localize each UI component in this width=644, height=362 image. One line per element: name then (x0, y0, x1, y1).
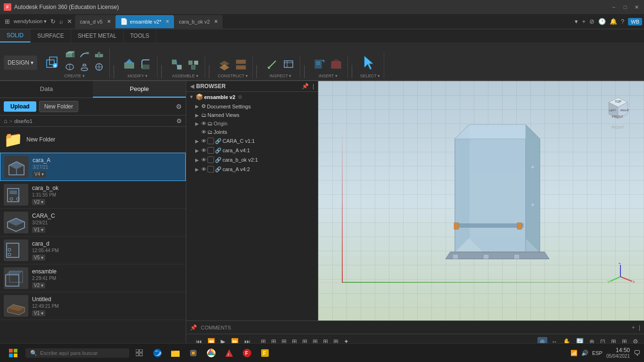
file-version-cara-b-ok[interactable]: V2 ▾ (32, 199, 45, 205)
sweep-btn[interactable] (78, 49, 91, 60)
web-btn[interactable] (92, 61, 106, 73)
browser-close-icon[interactable]: | (313, 83, 314, 90)
viewport[interactable]: TOP LEFT RIGHT FRONT RIGHT X Y (318, 81, 644, 321)
file-version-untitled[interactable]: V1 ▾ (32, 310, 45, 316)
file-version-cara-d[interactable]: V5 ▾ (32, 255, 45, 261)
refresh-icon[interactable]: ↻ (50, 18, 56, 25)
comments-pin-icon[interactable]: 📌 (190, 324, 197, 331)
file-item-cara-a[interactable]: cara_A 3/27/21 V4 ▾ (0, 153, 186, 181)
tree-box-cara-a-v42[interactable] (207, 166, 214, 173)
inspect-btn[interactable] (281, 57, 296, 73)
network-icon[interactable]: 📶 (570, 350, 578, 356)
close-button[interactable]: ✕ (633, 3, 640, 11)
tree-box-cara-a-v41[interactable] (207, 147, 214, 154)
taskbar-vpn-icon[interactable]: ! (222, 346, 237, 361)
joint-btn[interactable] (169, 57, 184, 73)
tab-close-icon[interactable]: ✕ (165, 19, 169, 24)
fillet-btn[interactable] (138, 57, 153, 73)
taskbar-search-input[interactable] (40, 350, 116, 356)
tree-target-icon[interactable]: ⊙ (238, 94, 242, 99)
tree-named-views[interactable]: ▶ 🗂 Named Views (186, 111, 318, 119)
tree-eye-cara-a-v41[interactable]: 👁 (201, 148, 206, 153)
new-folder-button[interactable]: New Folder (39, 101, 78, 112)
loft-btn[interactable] (78, 61, 91, 73)
history-icon[interactable]: 🕐 (598, 18, 606, 25)
decal-btn[interactable] (329, 57, 344, 73)
clock[interactable]: 14:50 05/04/2021 (606, 347, 630, 359)
volume-icon[interactable]: 🔊 (581, 350, 588, 356)
browser-arrow-left[interactable]: ◀ (190, 83, 194, 90)
tab-ensamble-v2[interactable]: 📄 ensamble v2* ✕ (116, 15, 174, 28)
ribbon-tab-surface[interactable]: SURFACE (31, 29, 71, 42)
extrude-btn[interactable] (63, 49, 76, 60)
comments-add-icon[interactable]: + (632, 324, 635, 331)
tab-action-icon[interactable]: ⊘ (589, 18, 594, 25)
tab-cara-d-v5[interactable]: cara_d v5 ✕ (75, 15, 115, 28)
apps-icon[interactable]: ⊞ (5, 18, 10, 25)
settings-icon[interactable]: ⚙ (176, 103, 182, 110)
tree-box-cara-c[interactable] (207, 138, 214, 144)
tree-document-settings[interactable]: ▶ ⚙ Document Settings (186, 102, 318, 111)
tree-cara-c-v1[interactable]: ▶ 👁 🔗 CARA_C v1:1 (186, 136, 318, 146)
tree-eye-cara-a-v42[interactable]: 👁 (201, 166, 206, 172)
tree-arrow-named-views[interactable]: ▶ (194, 113, 200, 118)
start-button[interactable] (4, 346, 23, 360)
maximize-button[interactable]: □ (621, 3, 629, 11)
revolve-btn[interactable] (63, 61, 76, 73)
rigid-group-btn[interactable] (186, 57, 201, 73)
tree-arrow-cara-b-ok-v21[interactable]: ▶ (194, 157, 200, 163)
tab-dropdown-icon[interactable]: ▾ (575, 18, 578, 25)
browser-pin-icon[interactable]: 📌 (302, 83, 309, 90)
taskbar-security-icon[interactable] (186, 346, 201, 361)
ribbon-tab-tools[interactable]: TOOLS (124, 29, 156, 42)
breadcrumb-settings-icon[interactable]: ⚙ (176, 117, 182, 124)
tree-arrow-cara-a-v41[interactable]: ▶ (194, 148, 200, 153)
orientation-cube[interactable]: TOP LEFT RIGHT FRONT RIGHT (602, 90, 635, 130)
folder-item-new[interactable]: 📁 New Folder (0, 127, 186, 153)
file-item-untitled[interactable]: Untitled 12:49:21 PM V1 ▾ (0, 292, 186, 320)
tree-box-cara-b-ok-v21[interactable] (207, 156, 214, 163)
close-icon[interactable]: ✕ (67, 18, 72, 25)
tree-arrow-cara-c[interactable]: ▶ (194, 139, 200, 144)
taskbar-task-view[interactable] (132, 346, 147, 361)
file-item-cara-c[interactable]: CARA_C 3/29/21 V1 ▾ (0, 209, 186, 237)
taskbar-app-icon-red[interactable]: F (239, 346, 255, 361)
taskbar-app-icon-yellow[interactable]: F (257, 346, 272, 361)
midplane-btn[interactable] (233, 57, 248, 73)
ribbon-tab-sheet-metal[interactable]: SHEET METAL (71, 29, 124, 42)
press-pull-btn[interactable] (122, 57, 137, 73)
tab-people[interactable]: People (93, 81, 186, 98)
tree-eye-joints[interactable]: 👁 (201, 129, 206, 135)
taskbar-edge-icon[interactable] (150, 346, 165, 361)
tree-joints[interactable]: ▶ 👁 🗂 Joints (186, 128, 318, 136)
upload-button[interactable]: Upload (4, 101, 36, 112)
file-version-ensamble[interactable]: V2 ▾ (32, 282, 45, 288)
file-version-cara-a[interactable]: V4 ▾ (33, 171, 46, 177)
comments-collapse-icon[interactable]: | (639, 324, 640, 331)
measure-btn[interactable] (264, 57, 280, 73)
insert-derive-btn[interactable] (312, 57, 327, 73)
home-icon[interactable]: ⌂ (4, 117, 8, 124)
tab-close-icon[interactable]: ✕ (214, 19, 218, 24)
user-avatar[interactable]: WB (628, 18, 642, 25)
taskbar-search[interactable]: 🔍 (25, 348, 129, 358)
user-account[interactable]: wendyfusion ▾ (14, 18, 47, 25)
tree-eye-cara-b-ok-v21[interactable]: 👁 (201, 157, 206, 163)
create-new-component-btn[interactable]: + (43, 55, 62, 73)
minimize-button[interactable]: − (610, 3, 618, 11)
tree-cara-b-ok-v21[interactable]: ▶ 👁 🔗 cara_b_ok v2:1 (186, 155, 318, 165)
file-item-cara-b-ok[interactable]: cara_b_ok 1:31:55 PM V2 ▾ (0, 181, 186, 209)
notification-center-icon[interactable]: 🗨 (634, 349, 640, 357)
tree-cara-a-v42[interactable]: ▶ 👁 🔗 cara_A v4:2 (186, 165, 318, 174)
tab-cara-b-ok-v2[interactable]: cara_b_ok v2 ✕ (174, 15, 223, 28)
tree-arrow-origin[interactable]: ▶ (194, 121, 200, 126)
taskbar-chrome-icon[interactable] (204, 346, 219, 361)
tree-arrow-doc-settings[interactable]: ▶ (194, 104, 200, 109)
notifications-icon[interactable]: 🔔 (610, 18, 617, 25)
taskbar-explorer-icon[interactable] (168, 346, 183, 361)
ribbon-tab-solid[interactable]: SOLID (0, 29, 31, 42)
tree-eye-origin[interactable]: 👁 (201, 121, 206, 126)
rib-btn[interactable] (92, 49, 106, 60)
tree-eye-cara-c[interactable]: 👁 (201, 138, 206, 144)
tree-origin[interactable]: ▶ 👁 🗂 Origin (186, 119, 318, 128)
